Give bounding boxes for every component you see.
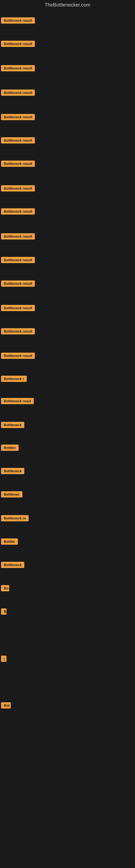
result-row-13: Bottleneck result xyxy=(1,305,35,312)
bottleneck-badge-14[interactable]: Bottleneck result xyxy=(1,328,35,335)
result-row-8: Bottleneck result xyxy=(1,185,35,193)
bottleneck-badge-12[interactable]: Bottleneck result xyxy=(1,280,35,287)
result-row-20: Bottleneck xyxy=(1,468,24,475)
bottleneck-badge-26[interactable]: B xyxy=(1,609,6,615)
result-row-30: Bot xyxy=(1,702,11,710)
result-row-19: Bottlen xyxy=(1,444,18,452)
bottleneck-badge-28[interactable]: | xyxy=(1,656,6,662)
result-row-5: Bottleneck result xyxy=(1,114,35,121)
result-row-3: Bottleneck result xyxy=(1,65,35,72)
bottleneck-badge-30[interactable]: Bot xyxy=(1,702,11,709)
bottleneck-badge-11[interactable]: Bottleneck result xyxy=(1,257,35,263)
result-row-22: Bottleneck re xyxy=(1,515,29,522)
result-row-17: Bottleneck resul xyxy=(1,398,34,405)
bottleneck-badge-22[interactable]: Bottleneck re xyxy=(1,515,29,521)
result-row-9: Bottleneck result xyxy=(1,208,35,216)
result-row-4: Bottleneck result xyxy=(1,90,35,97)
result-row-26: B xyxy=(1,609,6,616)
result-row-7: Bottleneck result xyxy=(1,161,35,168)
result-row-1: Bottleneck result xyxy=(1,18,35,25)
result-row-2: Bottleneck result xyxy=(1,41,35,48)
bottleneck-badge-7[interactable]: Bottleneck result xyxy=(1,161,35,167)
result-row-16: Bottleneck r xyxy=(1,376,27,383)
bottleneck-badge-25[interactable]: Bo xyxy=(1,585,9,591)
result-row-6: Bottleneck result xyxy=(1,137,35,145)
bottleneck-badge-3[interactable]: Bottleneck result xyxy=(1,65,35,71)
bottleneck-badge-24[interactable]: Bottleneck xyxy=(1,562,24,568)
bottleneck-badge-13[interactable]: Bottleneck result xyxy=(1,305,35,311)
result-row-28: | xyxy=(1,656,6,663)
result-row-23: Bottler xyxy=(1,538,18,546)
bottleneck-badge-10[interactable]: Bottleneck result xyxy=(1,233,35,240)
bottleneck-badge-23[interactable]: Bottler xyxy=(1,538,18,545)
result-row-10: Bottleneck result xyxy=(1,233,35,241)
bottleneck-badge-21[interactable]: Bottlenec xyxy=(1,491,22,497)
result-row-25: Bo xyxy=(1,585,9,592)
bottleneck-badge-15[interactable]: Bottleneck result xyxy=(1,352,35,359)
bottleneck-badge-8[interactable]: Bottleneck result xyxy=(1,185,35,191)
bottleneck-badge-19[interactable]: Bottlen xyxy=(1,444,18,451)
result-row-12: Bottleneck result xyxy=(1,280,35,288)
result-row-18: Bottleneck xyxy=(1,422,24,429)
bottleneck-badge-6[interactable]: Bottleneck result xyxy=(1,137,35,144)
bottleneck-badge-2[interactable]: Bottleneck result xyxy=(1,41,35,47)
result-row-15: Bottleneck result xyxy=(1,352,35,360)
result-row-21: Bottlenec xyxy=(1,491,22,499)
result-row-11: Bottleneck result xyxy=(1,257,35,264)
bottleneck-badge-17[interactable]: Bottleneck resul xyxy=(1,398,34,404)
bottleneck-badge-5[interactable]: Bottleneck result xyxy=(1,114,35,120)
result-row-24: Bottleneck xyxy=(1,562,24,569)
bottleneck-badge-4[interactable]: Bottleneck result xyxy=(1,90,35,96)
bottleneck-badge-1[interactable]: Bottleneck result xyxy=(1,18,35,24)
bottleneck-badge-9[interactable]: Bottleneck result xyxy=(1,208,35,215)
result-row-14: Bottleneck result xyxy=(1,328,35,336)
bottleneck-badge-20[interactable]: Bottleneck xyxy=(1,468,24,474)
bottleneck-badge-18[interactable]: Bottleneck xyxy=(1,422,24,428)
bottleneck-badge-16[interactable]: Bottleneck r xyxy=(1,376,27,382)
site-title: TheBottlenecker.com xyxy=(0,0,135,10)
